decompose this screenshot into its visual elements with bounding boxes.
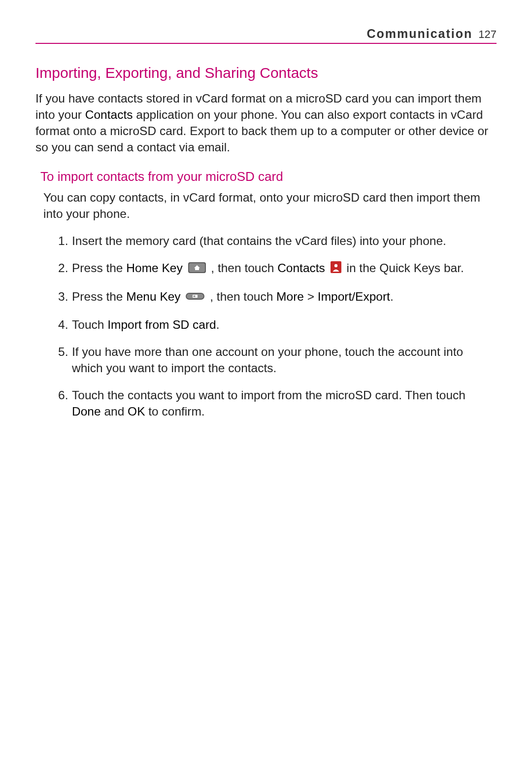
step-6: Touch the contacts you want to import fr… [58,387,497,419]
term-menu-key: Menu Key [126,290,180,303]
page-header: Communication 127 [35,27,497,44]
step-6-text-a: Touch the contacts you want to import fr… [72,388,466,402]
sub-intro-paragraph: You can copy contacts, in vCard format, … [43,189,497,222]
header-page-number: 127 [478,28,497,41]
svg-point-3 [334,264,337,267]
step-4-text-a: Touch [72,318,107,331]
term-contacts: Contacts [85,108,133,121]
step-1: Insert the memory card (that contains th… [58,233,497,249]
step-3-text-a: Press the [72,290,126,303]
menu-key-icon [186,289,204,306]
step-3: Press the Menu Key , then touch More > I… [58,288,497,306]
term-import-export: Import/Export [318,290,390,303]
svg-rect-7 [194,295,196,297]
term-more: More [276,290,304,303]
contacts-icon [331,261,341,277]
sub-heading: To import contacts from your microSD car… [40,169,497,184]
main-heading: Importing, Exporting, and Sharing Contac… [35,65,497,81]
step-3-text-d: . [390,290,394,303]
steps-list: Insert the memory card (that contains th… [35,233,497,419]
step-5-text: If you have more than one account on you… [72,345,463,375]
term-home-key: Home Key [126,261,182,275]
step-1-text: Insert the memory card (that contains th… [72,234,446,247]
step-4-text-b: . [216,318,220,331]
term-import-sd: Import from SD card [107,318,216,331]
term-contacts-app: Contacts [277,261,325,275]
term-ok: OK [128,405,145,418]
step-5: If you have more than one account on you… [58,344,497,376]
manual-page: Communication 127 Importing, Exporting, … [0,0,532,450]
intro-paragraph: If you have contacts stored in vCard for… [35,90,497,155]
step-6-text-c: to confirm. [145,405,204,418]
step-2-text-a: Press the [72,261,126,275]
step-2: Press the Home Key , then touch Contacts… [58,260,497,277]
home-key-icon [188,261,206,277]
term-done: Done [72,405,101,418]
step-4: Touch Import from SD card. [58,316,497,333]
header-section-name: Communication [366,27,472,41]
step-3-text-b: , then touch [206,290,276,303]
step-6-text-b: and [101,405,128,418]
step-3-text-c: > [304,290,318,303]
step-2-text-c: in the Quick Keys bar. [343,261,464,275]
step-2-text-b: , then touch [208,261,278,275]
